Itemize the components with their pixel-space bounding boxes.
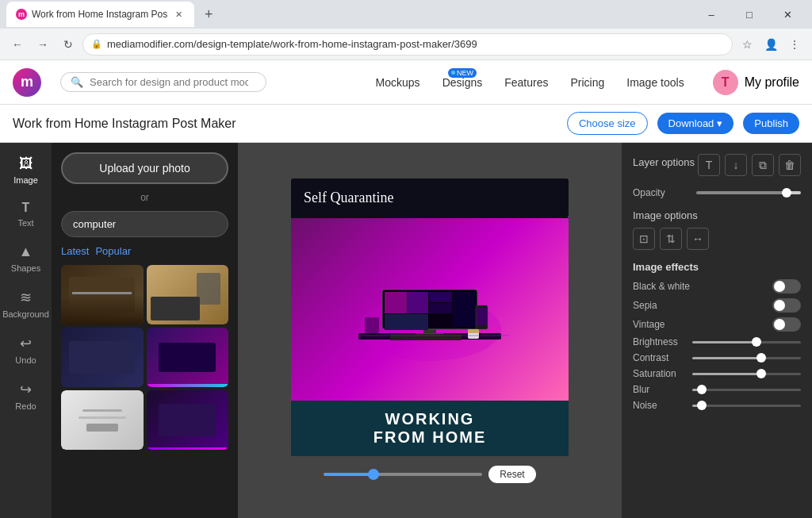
- canvas-text-line2: FROM HOME: [373, 428, 486, 447]
- search-icon: 🔍: [71, 76, 83, 88]
- window-controls: – □ ✕: [693, 2, 806, 27]
- image-search-input[interactable]: [61, 211, 228, 237]
- zoom-slider[interactable]: [324, 473, 482, 476]
- minimize-button[interactable]: –: [693, 2, 730, 27]
- filter-links: Latest Popular: [61, 245, 228, 257]
- layer-copy-icon[interactable]: ⧉: [752, 154, 774, 176]
- svg-rect-16: [468, 329, 479, 333]
- reset-button[interactable]: Reset: [488, 466, 535, 483]
- nav-designs[interactable]: NEW Designs: [433, 71, 492, 94]
- search-input[interactable]: [90, 76, 248, 88]
- list-item[interactable]: [61, 390, 144, 450]
- image-effects-section: Image effects Black & white Sepia Vintag…: [633, 261, 801, 411]
- search-box[interactable]: 🔍: [60, 72, 266, 92]
- list-item[interactable]: [147, 265, 229, 324]
- nav-mockups[interactable]: Mockups: [366, 71, 430, 94]
- layer-text-icon[interactable]: T: [698, 154, 720, 176]
- download-chevron-icon: ▾: [717, 117, 722, 129]
- sidebar-item-shapes[interactable]: ▲ Shapes: [2, 237, 50, 279]
- vintage-label: Vintage: [633, 319, 772, 330]
- vintage-toggle-row: Vintage: [633, 317, 801, 332]
- layer-options-section: Layer options T ↓ ⧉ 🗑: [633, 154, 801, 176]
- image-options-label: Image options: [633, 209, 801, 221]
- list-item[interactable]: [61, 328, 144, 387]
- sepia-toggle[interactable]: [772, 298, 801, 313]
- address-bar[interactable]: 🔒 mediamodifier.com/design-template/work…: [82, 33, 733, 56]
- upload-photo-button[interactable]: Upload your photo: [61, 152, 228, 184]
- saturation-slider[interactable]: [692, 373, 801, 375]
- right-panel: Layer options T ↓ ⧉ 🗑 Opacity Image opti…: [622, 143, 812, 518]
- sidebar-item-redo[interactable]: ↪ Redo: [2, 374, 50, 417]
- address-text: mediamodifier.com/design-template/work-f…: [107, 38, 724, 50]
- sidebar-item-undo[interactable]: ↩ Undo: [2, 328, 50, 371]
- sidebar-item-background[interactable]: ≋ Background: [2, 282, 50, 325]
- canvas-wrapper: Self Quarantine ↻: [291, 178, 569, 483]
- latest-filter[interactable]: Latest: [61, 245, 89, 257]
- canvas-text-line1: WORKING: [385, 410, 475, 428]
- profile-area[interactable]: T My profile: [713, 70, 799, 95]
- sidebar-item-image[interactable]: 🖼 Image: [2, 149, 50, 191]
- svg-rect-11: [385, 314, 428, 330]
- canvas-zoom-bar: Reset: [291, 466, 569, 483]
- page-header: Work from Home Instagram Post Maker Choo…: [0, 105, 812, 143]
- flip-vertical-icon[interactable]: ⇅: [660, 228, 682, 250]
- brightness-slider[interactable]: [692, 341, 801, 343]
- left-sidebar: 🖼 Image T Text ▲ Shapes ≋ Background ↩ U…: [0, 143, 52, 518]
- left-panel: Upload your photo or Latest Popular: [52, 143, 238, 518]
- tab-title: Work from Home Instagram Pos: [32, 9, 167, 20]
- menu-button[interactable]: ⋮: [783, 33, 806, 56]
- reload-button[interactable]: ↻: [57, 33, 79, 56]
- flip-horizontal-icon[interactable]: ↔: [687, 228, 709, 250]
- vintage-toggle[interactable]: [772, 317, 801, 332]
- title-bar: m Work from Home Instagram Pos ✕ + – □ ✕: [0, 0, 812, 29]
- close-button[interactable]: ✕: [769, 2, 806, 27]
- active-tab[interactable]: m Work from Home Instagram Pos ✕: [6, 2, 194, 27]
- account-button[interactable]: 👤: [760, 33, 782, 56]
- nav-features[interactable]: Features: [495, 71, 557, 94]
- profile-label: My profile: [745, 75, 799, 90]
- saturation-row: Saturation: [633, 368, 801, 379]
- choose-size-button[interactable]: Choose size: [567, 112, 648, 135]
- shapes-icon: ▲: [19, 244, 33, 260]
- logo[interactable]: m: [13, 68, 41, 97]
- canvas-background: Self Quarantine ↻: [291, 178, 569, 456]
- list-item[interactable]: [147, 390, 229, 450]
- nav-actions: ☆ 👤 ⋮: [736, 33, 806, 56]
- layer-delete-icon[interactable]: 🗑: [779, 154, 801, 176]
- layer-download-icon[interactable]: ↓: [725, 154, 747, 176]
- list-item[interactable]: [61, 265, 144, 324]
- sepia-toggle-row: Sepia: [633, 298, 801, 313]
- canvas-main-image: [291, 218, 569, 401]
- publish-button[interactable]: Publish: [743, 113, 799, 134]
- canvas-image[interactable]: Self Quarantine ↻: [291, 178, 569, 456]
- noise-slider[interactable]: [692, 405, 801, 407]
- popular-filter[interactable]: Popular: [95, 245, 131, 257]
- crop-icon[interactable]: ⊡: [633, 228, 655, 250]
- redo-icon: ↪: [20, 381, 32, 398]
- new-tab-button[interactable]: +: [197, 3, 220, 25]
- maximize-button[interactable]: □: [731, 2, 768, 27]
- image-grid: [61, 265, 228, 450]
- opacity-slider[interactable]: [696, 191, 801, 194]
- nav-image-tools[interactable]: Image tools: [617, 71, 693, 94]
- back-button[interactable]: ←: [6, 33, 29, 56]
- image-options-section: Image options ⊡ ⇅ ↔: [633, 209, 801, 250]
- bw-toggle-row: Black & white: [633, 279, 801, 294]
- download-button[interactable]: Download ▾: [657, 113, 734, 134]
- nav-pricing[interactable]: Pricing: [561, 71, 614, 94]
- bookmark-button[interactable]: ☆: [736, 33, 758, 56]
- tab-close-btn[interactable]: ✕: [172, 8, 185, 21]
- main-content: 🖼 Image T Text ▲ Shapes ≋ Background ↩ U…: [0, 143, 812, 518]
- contrast-slider[interactable]: [692, 357, 801, 359]
- sidebar-item-text[interactable]: T Text: [2, 194, 50, 234]
- layer-options-label: Layer options: [633, 156, 695, 168]
- svg-rect-14: [390, 334, 462, 340]
- tab-favicon: m: [16, 9, 27, 20]
- bw-toggle[interactable]: [772, 279, 801, 294]
- or-divider: or: [61, 192, 228, 203]
- list-item[interactable]: [147, 328, 229, 387]
- background-icon: ≋: [20, 289, 32, 306]
- forward-button[interactable]: →: [32, 33, 54, 56]
- contrast-label: Contrast: [633, 352, 692, 363]
- blur-slider[interactable]: [692, 389, 801, 391]
